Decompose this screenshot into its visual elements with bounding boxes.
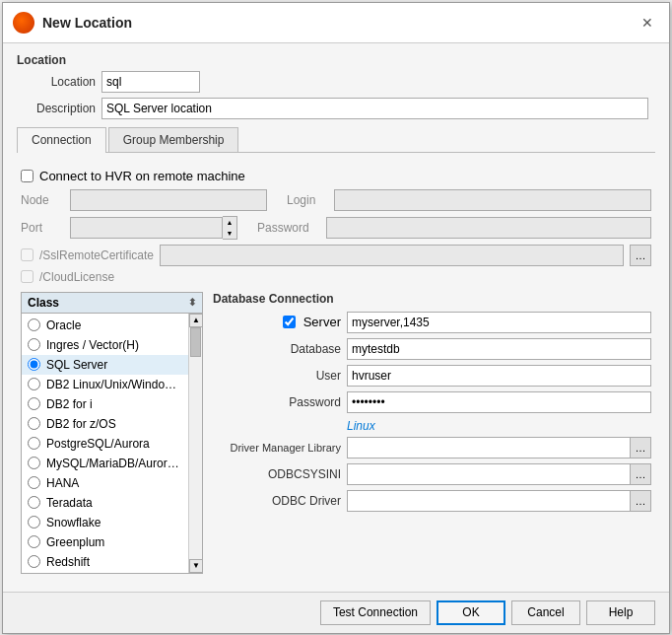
class-item-sqlserver[interactable]: SQL Server [22,355,202,375]
tab-group-membership[interactable]: Group Membership [108,127,239,152]
class-label-db2z: DB2 for z/OS [46,417,116,431]
class-header-label: Class [28,296,59,310]
odbc-driver-browse-btn[interactable]: … [630,490,651,512]
class-radio-db2z[interactable] [28,417,40,430]
class-radio-hana[interactable] [28,476,40,489]
class-label-db2i: DB2 for i [46,397,93,411]
dialog-title: New Location [42,15,132,31]
ssl-browse-btn[interactable]: … [630,245,651,266]
database-row: Database [213,338,651,360]
cloud-license-row: /CloudLicense [21,270,651,284]
driver-manager-label: Driver Manager Library [213,442,341,454]
class-radio-mysql[interactable] [28,457,40,469]
odbc-driver-input[interactable] [347,490,630,512]
odbc-driver-label: ODBC Driver [213,494,341,508]
db-password-label: Password [213,395,341,409]
ssl-input[interactable] [160,245,624,266]
help-button[interactable]: Help [586,600,655,625]
class-radio-oracle[interactable] [28,318,40,331]
class-radio-db2i[interactable] [28,397,40,410]
class-list: Oracle Ingres / Vector(H) SQL Server [22,314,202,574]
remote-machine-label: Connect to HVR on remote machine [39,169,245,183]
cancel-button[interactable]: Cancel [511,600,580,625]
description-row: Description [17,98,655,119]
ssl-row: /SslRemoteCertificate … [21,245,651,266]
port-down-btn[interactable]: ▼ [223,228,236,239]
dialog-footer: Test Connection OK Cancel Help [3,592,669,633]
tab-connection[interactable]: Connection [17,127,106,153]
database-input[interactable] [347,338,651,360]
class-item-snowflake[interactable]: Snowflake [22,513,202,532]
db-password-input[interactable] [347,391,651,413]
title-bar-left: New Location [13,12,132,34]
tab-bar: Connection Group Membership [17,127,655,153]
class-label-oracle: Oracle [46,318,81,332]
ok-button[interactable]: OK [437,600,505,625]
driver-manager-browse-btn[interactable]: … [630,437,651,459]
port-up-btn[interactable]: ▲ [223,217,236,228]
class-label-mysql: MySQL/MariaDB/Auror… [46,457,179,470]
ssl-label: /SslRemoteCertificate [39,248,154,262]
odbcsysini-input[interactable] [347,463,630,485]
port-spinner: ▲ ▼ [223,216,237,240]
server-label: Server [303,315,341,329]
class-item-mysql[interactable]: MySQL/MariaDB/Auror… [22,454,202,473]
scrollbar-thumb[interactable] [190,327,201,357]
test-connection-button[interactable]: Test Connection [320,600,431,625]
class-item-ingres[interactable]: Ingres / Vector(H) [22,335,202,355]
class-item-redshift[interactable]: Redshift [22,552,202,572]
class-radio-db2linux[interactable] [28,378,40,390]
class-item-greenplum[interactable]: Greenplum [22,532,202,552]
login-input[interactable] [334,189,651,211]
class-scrollbar-track[interactable]: ▲ ▼ [188,314,202,573]
class-radio-redshift[interactable] [28,555,40,568]
class-label-postgres: PostgreSQL/Aurora [46,437,150,451]
ssl-checkbox[interactable] [21,248,34,261]
class-item-postgres[interactable]: PostgreSQL/Aurora [22,434,202,454]
class-label-ingres: Ingres / Vector(H) [46,338,139,352]
db-connection-header: Database Connection [213,292,651,306]
class-item-teradata[interactable]: Teradata [22,493,202,513]
class-label-hana: HANA [46,476,79,490]
class-list-panel: Class ⬍ Oracle Ingres / Vector(H) [21,292,203,574]
class-item-oracle[interactable]: Oracle [22,316,202,335]
class-radio-teradata[interactable] [28,496,40,509]
class-item-hana[interactable]: HANA [22,473,202,493]
scroll-up-btn[interactable]: ▲ [189,314,203,327]
user-input[interactable] [347,365,651,387]
class-item-db2z[interactable]: DB2 for z/OS [22,414,202,434]
server-checkbox[interactable] [283,316,296,328]
description-input[interactable] [101,98,648,119]
app-icon [13,12,34,34]
location-row: Location [17,71,655,93]
port-input[interactable] [70,217,223,239]
port-row: Port ▲ ▼ Password [21,216,651,240]
location-section-label: Location [17,53,655,67]
class-list-scroll[interactable]: Oracle Ingres / Vector(H) SQL Server [21,313,203,574]
class-radio-snowflake[interactable] [28,516,40,529]
remote-machine-checkbox[interactable] [21,170,34,182]
odbcsysini-input-wrap: … [347,463,651,485]
class-item-db2linux[interactable]: DB2 Linux/Unix/Windo… [22,375,202,394]
class-radio-ingres[interactable] [28,338,40,351]
close-button[interactable]: ✕ [636,11,659,35]
class-item-db2i[interactable]: DB2 for i [22,394,202,414]
server-input[interactable] [347,312,651,333]
scroll-down-btn[interactable]: ▼ [189,559,203,573]
node-input[interactable] [70,189,267,211]
odbcsysini-row: ODBCSYSINI … [213,463,651,485]
port-input-wrap: ▲ ▼ [70,216,237,240]
class-radio-postgres[interactable] [28,437,40,450]
driver-manager-row: Driver Manager Library … [213,437,651,459]
location-input[interactable] [101,71,200,93]
class-radio-sqlserver[interactable] [28,358,40,371]
password-input-remote[interactable] [326,217,651,239]
password-label: Password [257,221,316,235]
db-password-row: Password [213,391,651,413]
odbcsysini-browse-btn[interactable]: … [630,463,651,485]
class-sort-icon[interactable]: ⬍ [188,297,196,308]
driver-manager-input[interactable] [347,437,630,459]
database-label: Database [213,342,341,356]
cloud-license-checkbox[interactable] [21,270,34,283]
class-radio-greenplum[interactable] [28,535,40,548]
